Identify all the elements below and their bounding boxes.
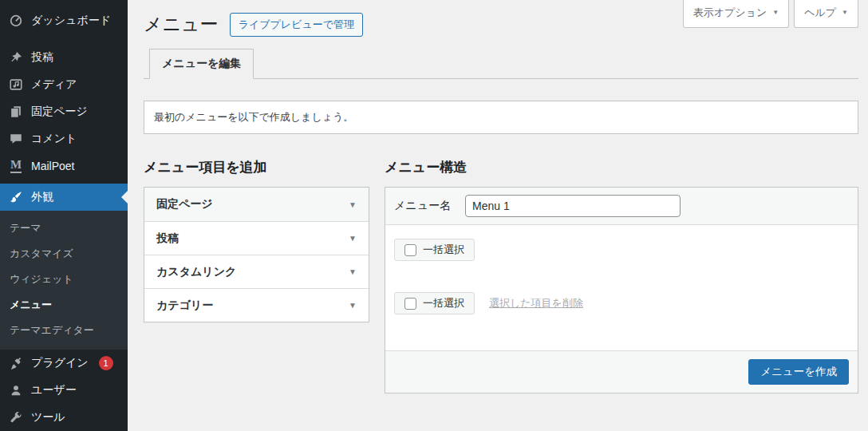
dashboard-icon xyxy=(8,13,24,29)
main-content: 表示オプション ▼ ヘルプ ▼ メニュー ライブプレビューで管理 メニューを編集… xyxy=(128,0,868,431)
menu-name-input[interactable] xyxy=(465,195,681,217)
tab-edit-menus[interactable]: メニューを編集 xyxy=(149,49,254,79)
chevron-down-icon: ▼ xyxy=(349,200,357,209)
appearance-submenu: テーマ カスタマイズ ウィジェット メニュー テーマエディター xyxy=(0,211,128,350)
sidebar-item-label: 外観 xyxy=(31,190,53,204)
bulk-select-label: 一括選択 xyxy=(423,243,464,257)
chevron-down-icon: ▼ xyxy=(349,234,357,243)
checkbox-icon[interactable] xyxy=(404,244,416,256)
sidebar-item-label: 投稿 xyxy=(31,50,53,65)
sidebar-item-comments[interactable]: コメント xyxy=(0,125,128,152)
menu-structure-body: 一括選択 一括選択 選択した項目を削除 xyxy=(385,225,858,350)
add-items-heading: メニュー項目を追加 xyxy=(144,158,369,176)
sidebar-item-label: コメント xyxy=(31,132,77,146)
bulk-select-row-bottom: 一括選択 選択した項目を削除 xyxy=(394,292,849,314)
accordion-section-categories[interactable]: カテゴリー ▼ xyxy=(144,288,369,322)
sidebar-item-users[interactable]: ユーザー xyxy=(0,377,128,404)
sidebar-item-label: ツール xyxy=(31,410,65,425)
page-title: メニュー xyxy=(144,13,219,37)
sidebar-item-label: MailPoet xyxy=(31,160,74,172)
accordion-section-label: カテゴリー xyxy=(156,299,213,313)
comment-icon xyxy=(8,131,24,147)
chevron-down-icon: ▼ xyxy=(349,301,357,310)
pin-icon xyxy=(8,49,24,65)
sidebar-item-posts[interactable]: 投稿 xyxy=(0,44,128,71)
accordion-section-pages[interactable]: 固定ページ ▼ xyxy=(144,188,369,221)
wrench-icon xyxy=(8,409,24,425)
help-button[interactable]: ヘルプ ▼ xyxy=(794,0,858,28)
menu-structure-column: メニュー構造 メニュー名 一括選択 xyxy=(385,158,858,393)
two-column-layout: メニュー項目を追加 固定ページ ▼ 投稿 ▼ カスタムリンク ▼ xyxy=(144,158,858,393)
menu-structure-panel: メニュー名 一括選択 一括選 xyxy=(385,187,858,393)
submenu-item-themes[interactable]: テーマ xyxy=(0,216,128,241)
sidebar-item-mailpoet[interactable]: M MailPoet xyxy=(0,152,128,180)
first-menu-notice: 最初のメニューを以下で作成しましょう。 xyxy=(144,101,858,134)
tab-bar: メニューを編集 xyxy=(144,48,858,79)
accordion-section-label: 固定ページ xyxy=(156,197,213,212)
chevron-down-icon: ▼ xyxy=(842,10,848,16)
accordion-section-label: 投稿 xyxy=(156,231,179,246)
submenu-item-customize[interactable]: カスタマイズ xyxy=(0,241,128,267)
bulk-select-button-bottom[interactable]: 一括選択 xyxy=(394,292,475,314)
sidebar-item-label: ダッシュボード xyxy=(31,14,111,28)
sidebar-separator xyxy=(0,34,128,44)
submenu-item-theme-editor[interactable]: テーマエディター xyxy=(0,318,128,343)
plugin-icon xyxy=(8,355,24,371)
create-menu-button[interactable]: メニューを作成 xyxy=(748,359,849,385)
sidebar-item-label: メディア xyxy=(31,77,77,92)
chevron-down-icon: ▼ xyxy=(349,267,357,276)
accordion-section-label: カスタムリンク xyxy=(156,265,236,279)
sidebar-item-media[interactable]: メディア xyxy=(0,71,128,98)
sidebar-item-tools[interactable]: ツール xyxy=(0,404,128,431)
add-menu-items-column: メニュー項目を追加 固定ページ ▼ 投稿 ▼ カスタムリンク ▼ xyxy=(144,158,369,393)
mailpoet-icon: M xyxy=(8,158,24,174)
submenu-item-widgets[interactable]: ウィジェット xyxy=(0,267,128,292)
menu-item-accordion: 固定ページ ▼ 投稿 ▼ カスタムリンク ▼ カテゴリー ▼ xyxy=(144,187,369,322)
sidebar-item-plugins[interactable]: プラグイン 1 xyxy=(0,350,128,377)
wordpress-admin-menus-page: ダッシュボード 投稿 メディア 固定ページ コメント xyxy=(0,0,868,431)
submenu-item-menus[interactable]: メニュー xyxy=(0,292,128,318)
sidebar-item-label: ユーザー xyxy=(31,383,77,397)
media-icon xyxy=(8,77,24,93)
accordion-section-custom-links[interactable]: カスタムリンク ▼ xyxy=(144,255,369,288)
sidebar-item-label: プラグイン xyxy=(31,356,89,370)
manage-with-live-preview-button[interactable]: ライブプレビューで管理 xyxy=(230,13,363,37)
delete-selected-items-link[interactable]: 選択した項目を削除 xyxy=(489,296,583,310)
chevron-down-icon: ▼ xyxy=(772,10,779,16)
sidebar-item-dashboard[interactable]: ダッシュボード xyxy=(0,7,128,34)
checkbox-icon[interactable] xyxy=(404,298,416,310)
user-icon xyxy=(8,382,24,398)
pages-icon xyxy=(8,104,24,120)
bulk-select-label: 一括選択 xyxy=(423,296,464,310)
menu-structure-heading: メニュー構造 xyxy=(385,158,858,176)
bulk-select-row-top: 一括選択 xyxy=(394,239,849,261)
screen-meta: 表示オプション ▼ ヘルプ ▼ xyxy=(683,0,858,28)
menu-name-label: メニュー名 xyxy=(394,199,451,213)
sidebar-item-label: 固定ページ xyxy=(31,105,88,119)
sidebar-item-appearance[interactable]: 外観 xyxy=(0,184,128,211)
admin-sidebar: ダッシュボード 投稿 メディア 固定ページ コメント xyxy=(0,0,128,431)
sidebar-item-pages[interactable]: 固定ページ xyxy=(0,98,128,125)
accordion-section-posts[interactable]: 投稿 ▼ xyxy=(144,221,369,255)
screen-options-button[interactable]: 表示オプション ▼ xyxy=(683,0,789,28)
plugin-update-count-badge: 1 xyxy=(99,356,113,370)
publishing-actions-footer: メニューを作成 xyxy=(385,350,858,393)
bulk-select-button-top[interactable]: 一括選択 xyxy=(394,239,475,261)
brush-icon xyxy=(8,189,24,205)
menu-name-header: メニュー名 xyxy=(385,188,858,225)
